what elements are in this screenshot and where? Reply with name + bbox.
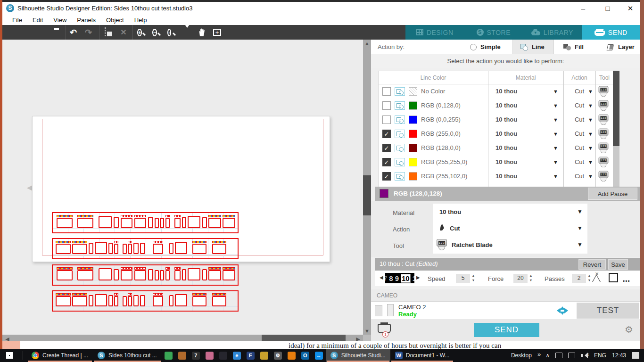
print-icon[interactable] bbox=[51, 28, 62, 37]
row-tool-blade-icon[interactable]: 123 bbox=[599, 115, 609, 125]
craft-icon[interactable] bbox=[206, 352, 214, 360]
save-button[interactable]: Save bbox=[608, 259, 628, 270]
studio-icon[interactable] bbox=[219, 352, 227, 360]
blade-decrease-icon[interactable]: ◀ bbox=[380, 275, 383, 280]
color-row-3[interactable]: ✓RGB (255,0,0)10 thou▼Cut▼123 bbox=[379, 127, 613, 141]
row-checkbox[interactable] bbox=[382, 115, 391, 124]
carriage-side-strip-3[interactable] bbox=[52, 290, 239, 312]
menu-edit[interactable]: Edit bbox=[27, 16, 48, 24]
nav-tab-store[interactable]: SSTORE bbox=[464, 25, 523, 40]
blade-increase-icon[interactable]: ▶ bbox=[416, 275, 420, 280]
taskbar-task[interactable]: SSides 10thou cut ... bbox=[93, 349, 162, 362]
mode-layer[interactable]: Layer bbox=[599, 40, 640, 54]
row-checkbox[interactable]: ✓ bbox=[382, 130, 391, 138]
revert-button[interactable]: Revert bbox=[578, 259, 606, 270]
scroll-down-icon[interactable]: ▼ bbox=[363, 328, 371, 334]
color-row-0[interactable]: No Color10 thou▼Cut▼123 bbox=[379, 84, 613, 99]
test-button[interactable]: TEST bbox=[577, 303, 639, 319]
internet-explorer-icon[interactable]: e bbox=[233, 352, 241, 360]
color-row-5[interactable]: ✓RGB (255,255,0)10 thou▼Cut▼123 bbox=[379, 155, 613, 169]
new-document-icon[interactable] bbox=[6, 28, 17, 37]
row-material-dropdown-icon[interactable]: ▼ bbox=[553, 145, 558, 151]
carriage-side-strip-0[interactable] bbox=[52, 212, 239, 233]
fit-to-page-icon[interactable]: + bbox=[213, 29, 221, 36]
blender-icon[interactable] bbox=[288, 352, 296, 360]
row-checkbox[interactable] bbox=[382, 87, 391, 96]
taskbar-task[interactable]: SSilhouette Studi... bbox=[326, 349, 390, 362]
clock[interactable]: 12:43 bbox=[612, 352, 626, 359]
tray-expand-icon[interactable]: ∧ bbox=[545, 352, 550, 359]
test-square-icon[interactable] bbox=[609, 273, 618, 282]
gear-app-icon[interactable]: ⚙ bbox=[274, 352, 282, 360]
color-row-2[interactable]: RGB (0,0,255)10 thou▼Cut▼123 bbox=[379, 113, 613, 127]
taskbar-task[interactable]: Create Thread | ... bbox=[27, 349, 93, 362]
menu-help[interactable]: Help bbox=[129, 16, 152, 24]
row-action-dropdown-icon[interactable]: ▼ bbox=[588, 173, 593, 179]
paint-icon[interactable] bbox=[178, 352, 186, 360]
vertical-scroll-thumb[interactable] bbox=[363, 175, 371, 215]
more-options[interactable]: ••• bbox=[623, 278, 630, 285]
roll-left-icon[interactable] bbox=[554, 308, 561, 313]
mode-line[interactable]: Line bbox=[512, 40, 554, 54]
menu-object[interactable]: Object bbox=[101, 16, 129, 24]
material-dropdown[interactable]: 10 thou ▼ bbox=[433, 204, 587, 220]
row-tool-blade-icon[interactable]: 123 bbox=[599, 100, 609, 111]
row-checkbox[interactable]: ✓ bbox=[382, 144, 391, 152]
pan-hand-icon[interactable] bbox=[197, 28, 207, 37]
canvas-vertical-scrollbar[interactable]: ▲ ▼ bbox=[363, 40, 371, 335]
row-action-dropdown-icon[interactable]: ▼ bbox=[588, 159, 593, 165]
delete-icon[interactable]: ✕ bbox=[118, 28, 129, 37]
row-tool-blade-icon[interactable]: 123 bbox=[599, 157, 609, 168]
radio-icon[interactable] bbox=[470, 44, 477, 50]
photo-viewer-icon[interactable] bbox=[165, 352, 173, 360]
menu-view[interactable]: View bbox=[48, 16, 72, 24]
row-action-dropdown-icon[interactable]: ▼ bbox=[588, 131, 593, 137]
chevrons[interactable]: » bbox=[537, 351, 540, 358]
roller-dpad[interactable] bbox=[554, 305, 571, 316]
color-row-1[interactable]: RGB (0,128,0)10 thou▼Cut▼123 bbox=[379, 99, 613, 113]
scroll-up-icon[interactable]: ▲ bbox=[363, 41, 371, 46]
force-stepper[interactable]: ▲▼ bbox=[528, 273, 533, 283]
send-button[interactable]: SEND bbox=[474, 323, 539, 337]
nav-tab-design[interactable]: DESIGN bbox=[405, 25, 464, 40]
teamviewer-icon[interactable]: ↔ bbox=[315, 352, 323, 360]
battery-icon[interactable] bbox=[555, 353, 562, 358]
force-value[interactable]: 20 bbox=[513, 274, 528, 283]
passes-value[interactable]: 2 bbox=[572, 274, 586, 283]
row-checkbox[interactable]: ✓ bbox=[382, 172, 391, 181]
row-checkbox[interactable] bbox=[382, 101, 391, 110]
row-tool-blade-icon[interactable]: 123 bbox=[599, 171, 609, 182]
f-app-icon[interactable]: F bbox=[247, 352, 255, 360]
row-material-dropdown-icon[interactable]: ▼ bbox=[553, 89, 558, 94]
row-material-dropdown-icon[interactable]: ▼ bbox=[553, 117, 558, 123]
action-dropdown[interactable]: Cut ▼ bbox=[433, 220, 587, 237]
row-checkbox[interactable]: ✓ bbox=[382, 158, 391, 166]
notification-center-icon[interactable] bbox=[632, 352, 639, 359]
carriage-side-strip-2[interactable] bbox=[52, 264, 239, 286]
row-tool-blade-icon[interactable]: 123 bbox=[599, 129, 609, 140]
zoom-selection-icon[interactable]: ◦ bbox=[167, 28, 177, 37]
color-row-6[interactable]: ✓RGB (255,102,0)10 thou▼Cut▼123 bbox=[379, 169, 613, 183]
undo-icon[interactable]: ↶ bbox=[70, 28, 80, 37]
taskbar-task[interactable]: WDocument1 - W... bbox=[390, 349, 454, 362]
row-action-dropdown-icon[interactable]: ▼ bbox=[588, 103, 593, 108]
row-material-dropdown-icon[interactable]: ▼ bbox=[553, 131, 558, 137]
minimize-button[interactable]: – bbox=[573, 2, 594, 15]
row-action-dropdown-icon[interactable]: ▼ bbox=[588, 145, 593, 151]
blade-depth-dial[interactable]: 789101 bbox=[385, 273, 414, 283]
table-scroll-thumb[interactable] bbox=[613, 71, 619, 146]
7zip-icon[interactable]: 7 bbox=[192, 352, 200, 360]
mode-simple[interactable]: Simple bbox=[470, 40, 512, 54]
volume-muted-icon[interactable]: ✕ bbox=[581, 353, 588, 358]
row-material-dropdown-icon[interactable]: ▼ bbox=[553, 159, 558, 165]
settings-gear-icon[interactable]: ⚙ bbox=[625, 324, 633, 335]
pixel-app-icon[interactable] bbox=[260, 352, 268, 360]
blade-test-triangle-icon[interactable] bbox=[591, 273, 603, 284]
start-button[interactable] bbox=[0, 349, 19, 362]
nav-tab-send[interactable]: SEND bbox=[582, 25, 641, 40]
design-canvas[interactable]: ◀ bbox=[2, 40, 363, 335]
speed-value[interactable]: 5 bbox=[456, 274, 470, 283]
save-icon[interactable] bbox=[36, 28, 47, 37]
maximize-button[interactable]: □ bbox=[597, 2, 618, 15]
row-tool-blade-icon[interactable]: 123 bbox=[599, 86, 609, 97]
